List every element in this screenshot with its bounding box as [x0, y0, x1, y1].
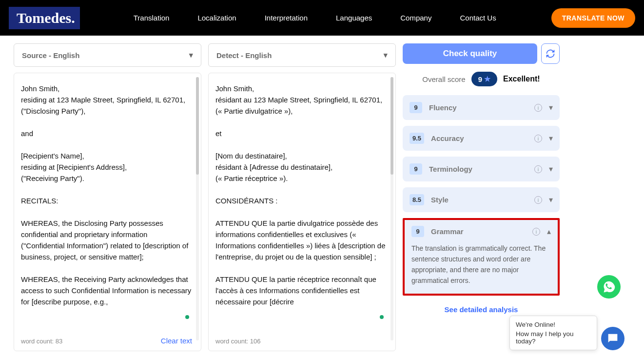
chat-icon	[606, 332, 620, 345]
metric-grammar-expanded: 9 Grammar i ▴ The translation is grammat…	[403, 218, 560, 296]
svg-point-2	[615, 337, 616, 338]
info-icon[interactable]: i	[534, 104, 542, 112]
metric-style[interactable]: 8.5 Style i ▾	[403, 187, 560, 212]
metric-score: 8.5	[410, 194, 424, 205]
source-language-select[interactable]: Source - English ▾	[14, 43, 201, 67]
nav-interpretation[interactable]: Interpretation	[265, 14, 308, 22]
chat-line-2: How may I help you today?	[516, 330, 591, 345]
metric-terminology[interactable]: 9 Terminology i ▾	[403, 157, 560, 181]
chat-line-1: We're Online!	[516, 321, 591, 328]
main-area: Source - English ▾ John Smith, residing …	[0, 36, 644, 351]
svg-point-1	[613, 337, 614, 338]
source-text-box[interactable]: John Smith, residing at 123 Maple Street…	[14, 73, 201, 351]
chevron-down-icon[interactable]: ▾	[549, 134, 553, 143]
target-language-select[interactable]: Detect - English ▾	[208, 43, 396, 67]
refresh-icon	[546, 49, 555, 59]
nav-localization[interactable]: Localization	[197, 14, 236, 22]
quality-panel: Check quality Overall score 9 ★ Excellen…	[403, 43, 560, 351]
chat-button[interactable]	[601, 327, 624, 350]
chevron-down-icon[interactable]: ▾	[549, 164, 553, 174]
nav-languages[interactable]: Languages	[336, 14, 372, 22]
info-icon[interactable]: i	[532, 228, 540, 236]
source-word-count: word count: 83	[21, 338, 62, 345]
metric-score: 9	[410, 163, 422, 175]
svg-point-0	[610, 337, 612, 338]
overall-score-value: 9	[478, 75, 482, 83]
info-icon[interactable]: i	[534, 196, 542, 204]
source-language-label: Source - English	[22, 51, 79, 60]
target-language-label: Detect - English	[216, 51, 272, 60]
logo-text: Tomedes.	[17, 10, 75, 26]
metric-score: 9	[410, 102, 422, 113]
metric-name: Accuracy	[431, 134, 527, 142]
chevron-down-icon[interactable]: ▾	[549, 103, 553, 112]
status-dot-icon	[185, 315, 189, 319]
check-quality-button[interactable]: Check quality	[403, 43, 537, 64]
overall-score-row: Overall score 9 ★ Excellent!	[403, 72, 560, 86]
nav-company[interactable]: Company	[400, 14, 431, 22]
target-text-content[interactable]: John Smith, résidant au 123 Maple Street…	[215, 83, 387, 332]
logo[interactable]: Tomedes.	[9, 7, 80, 29]
overall-score-pill: 9 ★	[471, 72, 497, 86]
chevron-down-icon: ▾	[189, 51, 193, 60]
nav-translation[interactable]: Translation	[134, 14, 170, 22]
target-word-count: word count: 106	[215, 338, 261, 345]
metric-name: Grammar	[431, 227, 526, 236]
metric-name: Terminology	[429, 165, 527, 173]
target-text-box[interactable]: John Smith, résidant au 123 Maple Street…	[208, 73, 396, 351]
metric-fluency[interactable]: 9 Fluency i ▾	[403, 95, 560, 120]
info-icon[interactable]: i	[534, 165, 542, 173]
metric-name: Fluency	[429, 103, 527, 112]
info-icon[interactable]: i	[534, 135, 542, 142]
scrollbar-thumb[interactable]	[390, 77, 393, 175]
metric-grammar-description: The translation is grammatically correct…	[405, 243, 558, 294]
whatsapp-button[interactable]	[597, 275, 621, 299]
translate-now-button[interactable]: TRANSLATE NOW	[551, 8, 635, 28]
star-icon: ★	[484, 75, 490, 83]
clear-text-link[interactable]: Clear text	[161, 337, 192, 345]
detailed-analysis-link[interactable]: See detailed analysis	[403, 305, 560, 314]
chat-popup[interactable]: We're Online! How may I help you today?	[509, 316, 597, 350]
site-header: Tomedes. Translation Localization Interp…	[0, 0, 644, 36]
overall-score-label: Overall score	[422, 75, 465, 83]
whatsapp-icon	[602, 280, 616, 294]
metric-accuracy[interactable]: 9.5 Accuracy i ▾	[403, 126, 560, 151]
refresh-button[interactable]	[541, 43, 560, 64]
scrollbar-thumb[interactable]	[196, 77, 199, 175]
source-panel: Source - English ▾ John Smith, residing …	[14, 43, 201, 351]
source-text-content[interactable]: John Smith, residing at 123 Maple Street…	[21, 83, 192, 332]
chevron-up-icon[interactable]: ▴	[547, 227, 551, 236]
metric-name: Style	[431, 196, 527, 204]
main-nav: Translation Localization Interpretation …	[134, 14, 496, 22]
metric-score: 9	[411, 226, 424, 237]
target-panel: Detect - English ▾ John Smith, résidant …	[208, 43, 396, 351]
metric-grammar-header[interactable]: 9 Grammar i ▴	[405, 220, 558, 243]
chevron-down-icon[interactable]: ▾	[549, 195, 553, 204]
metric-score: 9.5	[410, 133, 424, 144]
chevron-down-icon: ▾	[384, 51, 388, 60]
overall-score-word: Excellent!	[503, 75, 540, 83]
status-dot-icon	[380, 315, 384, 319]
nav-contact[interactable]: Contact Us	[460, 14, 496, 22]
